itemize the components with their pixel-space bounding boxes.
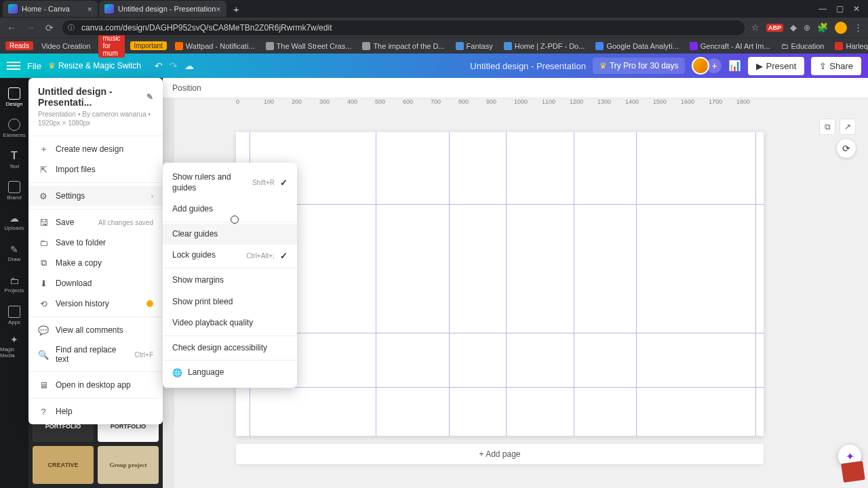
settings-show-bleed[interactable]: Show print bleed [163,291,297,313]
close-icon[interactable]: ✕ [853,4,860,14]
menu-hamburger-icon[interactable] [7,62,20,70]
checkmark-icon: ✓ [280,178,288,188]
settings-language[interactable]: 🌐Language [163,362,297,384]
menu-design-title: Untitled design - Presentati... [38,86,142,108]
present-button[interactable]: ▶ Present [748,57,804,75]
url-input[interactable]: ⓘ canva.com/design/DAGHP952svQ/sCA8MeTBn… [62,20,745,35]
menu-open-desktop[interactable]: 🖥Open in desktop app [28,375,163,395]
bookmark-wattpad[interactable]: Wattpad - Notificati... [172,41,258,52]
history-icon: ⟲ [38,298,49,309]
settings-lock-guides[interactable]: Lock guides Ctrl+Alt+; ✓ [163,245,297,266]
rail-uploads[interactable]: ☁Uploads [0,207,28,237]
add-page-button[interactable]: + Add page [236,444,764,464]
sparkle-icon: ✦ [846,450,854,463]
comment-icon: 💬 [38,325,49,336]
rail-apps[interactable]: Apps [0,300,28,330]
extensions-puzzle-icon[interactable]: 🧩 [817,22,828,33]
feedback-tab[interactable] [841,461,865,483]
downloads-icon[interactable]: ⊕ [804,23,810,33]
popout-icon[interactable]: ↗ [840,119,856,135]
minimize-icon[interactable]: — [818,4,827,14]
settings-accessibility[interactable]: Check design accessibility [163,338,297,359]
document-title[interactable]: Untitled design - Presentation [470,61,586,71]
window-controls: — ▢ ✕ [818,4,865,14]
menu-version-history[interactable]: ⟲Version history [28,293,163,314]
template-thumb[interactable]: CREATIVE [33,446,94,484]
rail-design[interactable]: Design [0,82,28,112]
share-button[interactable]: ⇧ Share [811,57,861,75]
menu-download[interactable]: ⬇Download [28,273,163,293]
close-tab-icon[interactable]: × [216,4,221,14]
upload-icon: ⇧ [819,61,827,71]
import-icon: ⇱ [38,164,49,175]
bookmark-music[interactable]: music for mum [98,34,124,58]
bookmark-harlequin[interactable]: Harlequin Romance... [832,41,868,52]
redo-icon[interactable]: ↷ [170,60,178,71]
folder-icon: 🗀 [38,237,49,248]
abp-extension-icon[interactable]: ABP [766,24,783,32]
bookmark-education-folder[interactable]: 🗀Education [778,41,827,52]
premium-badge-icon [146,300,153,307]
menu-design-subtitle: Presentation • By cameron wanarua • 1920… [38,110,153,127]
rail-draw[interactable]: ✎Draw [0,238,28,268]
site-info-icon[interactable]: ⓘ [68,23,75,33]
browser-tab-home[interactable]: Home - Canva × [3,1,98,17]
menu-make-copy[interactable]: ⧉Make a copy [28,253,163,273]
extension-icon[interactable]: ◆ [790,22,797,33]
duplicate-page-icon[interactable]: ⧉ [819,119,835,135]
settings-add-guides[interactable]: Add guides [163,199,297,220]
reset-view-button[interactable]: ⟳ [837,139,856,158]
cloud-sync-icon[interactable]: ☁ [184,60,194,71]
bookmark-fantasy[interactable]: Fantasy [453,41,496,52]
left-rail: Design Elements TText Brand ☁Uploads ✎Dr… [0,78,28,488]
bookmark-important[interactable]: Important [130,41,167,50]
canvas-page[interactable] [236,132,764,436]
rail-elements[interactable]: Elements [0,113,28,143]
browser-tab-design[interactable]: Untitled design - Presentation × [99,1,226,17]
reload-icon[interactable]: ⟳ [43,22,56,33]
close-tab-icon[interactable]: × [87,4,92,14]
forward-icon[interactable]: → [24,22,37,33]
edit-title-icon[interactable]: ✎ [146,92,153,102]
menu-import-files[interactable]: ⇱Import files [28,159,163,180]
back-icon[interactable]: ← [5,22,18,33]
settings-show-margins[interactable]: Show margins [163,270,297,291]
rail-brand[interactable]: Brand [0,176,28,205]
file-menu-button[interactable]: File [27,61,41,71]
menu-dots-icon[interactable]: ⋮ [854,22,863,33]
bookmark-video[interactable]: Video Creation [39,41,94,52]
bookmark-impact[interactable]: The impact of the D... [359,41,447,52]
template-thumb[interactable]: Group project [98,446,159,484]
menu-view-comments[interactable]: 💬View all comments [28,320,163,340]
undo-icon[interactable]: ↶ [155,60,163,71]
rail-magic[interactable]: ✦Magic Media [0,331,28,361]
menu-settings[interactable]: ⚙Settings› [28,186,163,206]
add-collaborator-button[interactable]: + [707,58,722,73]
resize-button[interactable]: ♛ Resize & Magic Switch [48,61,141,70]
menu-find-replace[interactable]: 🔍Find and replace textCtrl+F [28,340,163,369]
bookmark-google[interactable]: Google Data Analyti... [593,41,681,52]
save-icon: 🖫 [38,217,49,228]
profile-avatar-icon[interactable] [835,22,847,34]
try-pro-button[interactable]: ♛ Try Pro for 30 days [593,58,686,74]
rail-projects[interactable]: 🗀Projects [0,269,28,299]
settings-video-quality[interactable]: Video playback quality [163,312,297,334]
bookmark-reads[interactable]: Reads [5,41,33,50]
bookmark-gencraft[interactable]: Gencraft - AI Art Im... [687,41,773,52]
tab-title: Home - Canva [22,5,70,13]
rail-text[interactable]: TText [0,144,28,174]
settings-show-rulers[interactable]: Show rulers and guides Shift+R ✓ [163,167,297,199]
settings-clear-guides[interactable]: Clear guides [163,224,297,245]
tab-title: Untitled design - Presentation [118,5,216,13]
analytics-icon[interactable]: 📊 [728,60,741,72]
bookmark-wallstreet[interactable]: The Wall Street Cras... [263,41,355,52]
menu-help[interactable]: ?Help [28,401,163,422]
new-tab-button[interactable]: + [228,3,245,15]
maximize-icon[interactable]: ▢ [836,4,844,14]
menu-save-folder[interactable]: 🗀Save to folder [28,232,163,253]
bookmark-zpdf[interactable]: Home | Z-PDF - Do... [501,41,588,52]
menu-new-design[interactable]: ＋Create new design [28,139,163,159]
position-button[interactable]: Position [172,83,201,93]
bookmark-star-icon[interactable]: ☆ [751,22,760,33]
menu-save[interactable]: 🖫SaveAll changes saved [28,212,163,232]
